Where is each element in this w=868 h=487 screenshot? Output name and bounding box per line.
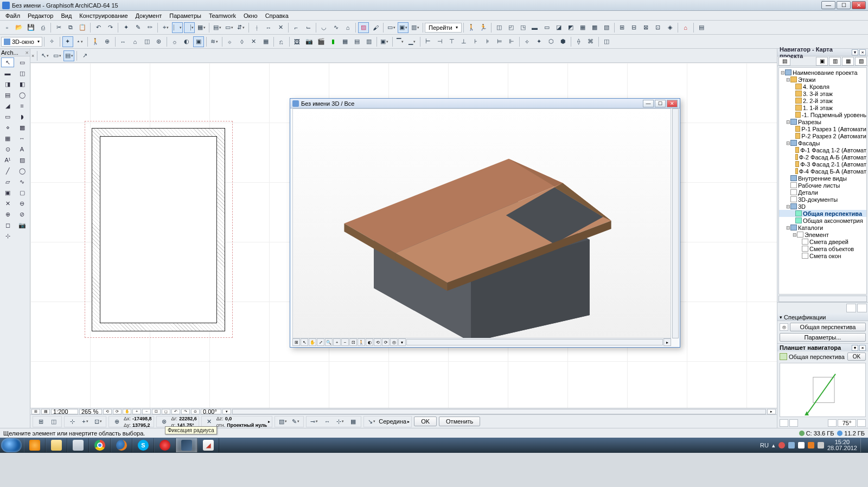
ib-fill[interactable]: ▤ [63, 50, 74, 61]
close-button[interactable]: ✕ [852, 1, 866, 9]
m12[interactable]: ▣ [193, 36, 204, 47]
tool-door[interactable]: ◨ [1, 79, 14, 89]
measure-button[interactable]: ↔ [263, 22, 274, 33]
bb12[interactable]: ⊙ [191, 409, 200, 414]
m1[interactable]: ✧ [47, 36, 58, 47]
layer-button[interactable]: ▤ [212, 22, 222, 33]
show-desktop[interactable] [860, 438, 865, 452]
tool-lamp[interactable]: ◯ [16, 90, 29, 100]
tray-icon-1[interactable] [778, 442, 785, 448]
nav-mid-2[interactable] [857, 304, 867, 312]
3d-close-button[interactable]: ✕ [667, 100, 678, 107]
m7[interactable]: ⌂ [130, 36, 141, 47]
m22[interactable]: ▮ [328, 36, 339, 47]
menu-view[interactable]: Вид [58, 12, 75, 20]
m9[interactable]: ⊛ [154, 36, 164, 47]
angle-field[interactable]: 0.00° [201, 409, 221, 414]
3d-min-button[interactable]: — [643, 100, 654, 107]
menu-file[interactable]: Файл [2, 12, 23, 20]
taskbar-explorer[interactable] [46, 438, 67, 452]
tray-icon-4[interactable] [808, 442, 814, 448]
tb5-button[interactable]: ▭ [541, 22, 552, 33]
m16[interactable]: ✕ [248, 36, 259, 47]
cb-b[interactable]: ◫ [48, 416, 59, 427]
m10[interactable]: ☼ [169, 36, 180, 47]
cb-g[interactable]: ⊗ [159, 416, 170, 427]
nav-tab-2[interactable]: ▥ [829, 57, 841, 66]
taskbar-archicad[interactable] [176, 438, 197, 452]
m23[interactable]: ▦ [340, 36, 350, 47]
cb-n[interactable]: ▦ [348, 416, 359, 427]
taskbar-chrome[interactable] [89, 438, 111, 452]
dist-v[interactable]: ⊩ [506, 36, 517, 47]
m11[interactable]: ◐ [181, 36, 192, 47]
cb-f[interactable]: ⊕ [111, 416, 122, 427]
nav-mid-1[interactable] [846, 304, 856, 312]
window-mode-dropdown[interactable]: 3D-окно▾ [1, 37, 42, 47]
tb13-button[interactable]: ⊠ [641, 22, 652, 33]
bb2[interactable]: ▤ [41, 409, 50, 414]
wand-button[interactable]: ✎ [132, 22, 143, 33]
cb-i[interactable]: ▧ [277, 416, 288, 427]
m27[interactable]: ▔ [395, 36, 406, 47]
menu-options[interactable]: Параметры [166, 12, 205, 20]
m28[interactable]: ▁ [407, 36, 418, 47]
walk-button[interactable]: 🚶 [466, 22, 477, 33]
tool-shell[interactable]: ◗ [16, 112, 29, 121]
m31[interactable]: ⬡ [546, 36, 557, 47]
guides-v-button[interactable]: ⎸ [172, 22, 183, 33]
tree-hscroll[interactable] [778, 296, 867, 302]
m21[interactable]: 🎬 [316, 36, 327, 47]
vb15[interactable]: ▸ [663, 338, 671, 346]
vb7[interactable]: − [341, 338, 349, 346]
tb-last[interactable]: ▤ [696, 22, 707, 33]
3d-viewport[interactable] [292, 108, 671, 338]
bb5[interactable]: ✋ [123, 409, 131, 414]
tool-marquee[interactable]: ▭ [16, 57, 29, 67]
tb4-button[interactable]: ▬ [529, 22, 540, 33]
fill-button[interactable]: ▨ [358, 22, 369, 33]
tool-camera[interactable]: 📷 [16, 220, 29, 230]
m5[interactable]: ⊕ [102, 36, 113, 47]
view-mode-button[interactable]: ▭ [386, 22, 397, 33]
tool-mesh[interactable]: ⋄ [1, 123, 14, 132]
mark-button[interactable]: ✕ [275, 22, 286, 33]
save-button[interactable]: 💾 [25, 22, 36, 33]
align-r[interactable]: ⊤ [446, 36, 457, 47]
tool-roof[interactable]: ◢ [1, 101, 14, 111]
bb1[interactable]: ⊞ [31, 409, 40, 414]
tool-elev[interactable]: ⊕ [1, 209, 14, 219]
tb2-button[interactable]: ◰ [506, 22, 516, 33]
bb7[interactable]: − [142, 409, 151, 414]
vb14[interactable]: ▾ [398, 338, 406, 346]
m6[interactable]: ↔ [118, 36, 129, 47]
m13[interactable]: ≋ [209, 36, 220, 47]
params-button[interactable]: Параметры... [780, 333, 866, 342]
taskbar-app2[interactable]: ◢ [197, 438, 219, 452]
guides-h-button[interactable]: ⎹ [184, 22, 195, 33]
minimize-button[interactable]: — [821, 1, 835, 9]
story-button[interactable]: ▭ [224, 22, 234, 33]
new-button[interactable]: ▫ [2, 22, 12, 33]
pl-pin[interactable]: ▾ [852, 345, 858, 351]
taskbar-skype[interactable]: S [132, 438, 154, 452]
tool-line[interactable]: ╱ [1, 166, 14, 176]
m35[interactable]: ◫ [601, 36, 612, 47]
pen-button[interactable]: ✏ [144, 22, 155, 33]
vb1[interactable]: ⊞ [292, 338, 300, 346]
spec-view-button[interactable]: Общая перспектива [790, 323, 866, 331]
cb-h[interactable]: ✕ [204, 416, 215, 427]
nav-tab-map[interactable]: ▤ [778, 57, 790, 66]
dist-h[interactable]: ⊨ [494, 36, 505, 47]
tray-icon-3[interactable] [798, 442, 805, 448]
taskbar-firefox[interactable] [111, 438, 132, 452]
start-button[interactable] [1, 438, 22, 452]
coord-cancel-button[interactable]: Отменить [439, 416, 480, 426]
tool-worksheet[interactable]: ◻ [1, 220, 14, 230]
maximize-button[interactable]: ☐ [837, 1, 851, 9]
3d-hscroll[interactable] [406, 339, 663, 345]
tool-spline[interactable]: ∿ [16, 177, 29, 187]
pick-button[interactable]: ✦ [120, 22, 131, 33]
undo-button[interactable]: ↶ [93, 22, 104, 33]
tb14-button[interactable]: ⊡ [653, 22, 663, 33]
